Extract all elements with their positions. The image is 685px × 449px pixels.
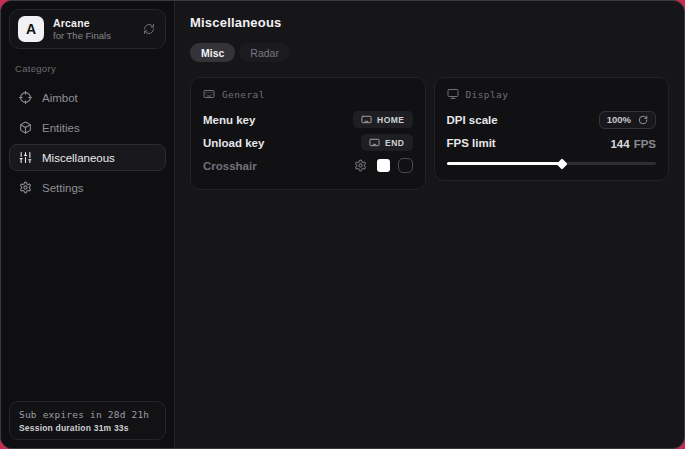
crosshair-row: Crosshair (203, 154, 413, 177)
sub-expiry-text: Sub expires in 28d 21h (19, 409, 156, 420)
cards-row: General Menu key HOME Unload key (190, 77, 669, 190)
crosshair-color-swatch[interactable] (377, 159, 390, 172)
sidebar: A Arcane for The Finals Category (1, 1, 175, 448)
tab-misc[interactable]: Misc (190, 43, 235, 62)
keyboard-icon (369, 137, 380, 148)
session-duration-text: Session duration 31m 33s (19, 423, 156, 433)
fps-limit-value: 144 (610, 138, 629, 150)
menu-key-row: Menu key HOME (203, 108, 413, 131)
app-name: Arcane (53, 17, 132, 29)
display-card: Display DPI scale 100% FPS limit (434, 77, 670, 181)
subscription-card: Sub expires in 28d 21h Session duration … (9, 401, 166, 440)
app-logo: A (18, 16, 44, 42)
unload-key-value: END (385, 138, 404, 148)
page-title: Miscellaneous (190, 15, 669, 30)
dpi-scale-row: DPI scale 100% (447, 108, 657, 131)
app-subtitle: for The Finals (53, 30, 132, 41)
sidebar-item-settings[interactable]: Settings (9, 174, 166, 201)
fps-limit-unit: FPS (634, 138, 656, 150)
gear-icon (19, 181, 32, 194)
profile-card: A Arcane for The Finals (9, 9, 166, 49)
profile-text: Arcane for The Finals (53, 17, 132, 41)
arcane-window: A Arcane for The Finals Category (0, 0, 685, 449)
crosshair-checkbox[interactable] (398, 158, 413, 173)
monitor-icon (447, 88, 459, 100)
sidebar-nav: Aimbot Entities Miscellaneous (9, 84, 166, 201)
gear-icon (354, 159, 367, 172)
sidebar-item-miscellaneous[interactable]: Miscellaneous (9, 144, 166, 171)
general-card-header: General (203, 88, 413, 100)
sidebar-item-entities[interactable]: Entities (9, 114, 166, 141)
display-card-header: Display (447, 88, 657, 100)
crosshair-icon (19, 91, 32, 104)
sidebar-item-aimbot[interactable]: Aimbot (9, 84, 166, 111)
menu-key-bind-button[interactable]: HOME (353, 111, 413, 128)
tab-bar: Misc Radar (190, 43, 669, 62)
menu-key-value: HOME (377, 115, 405, 125)
dpi-scale-control[interactable]: 100% (599, 111, 656, 129)
viewport: A Arcane for The Finals Category (0, 0, 685, 449)
sliders-icon (19, 151, 32, 164)
sync-icon (143, 23, 155, 35)
fps-limit-value-group: 144FPS (610, 134, 656, 152)
sidebar-item-label: Miscellaneous (42, 152, 115, 164)
crosshair-settings-button[interactable] (352, 157, 369, 174)
dpi-scale-label: DPI scale (447, 114, 498, 126)
fps-limit-row: FPS limit 144FPS (447, 131, 657, 154)
display-card-title: Display (466, 89, 509, 100)
sync-button[interactable] (141, 21, 157, 37)
unload-key-bind-button[interactable]: END (361, 134, 412, 151)
dpi-scale-value: 100% (607, 114, 631, 125)
crosshair-controls (352, 157, 413, 174)
keyboard-icon (203, 88, 215, 100)
fps-slider-fill (447, 162, 562, 165)
sidebar-item-label: Settings (42, 182, 84, 194)
general-card-title: General (222, 89, 265, 100)
category-label: Category (15, 63, 166, 74)
tab-radar[interactable]: Radar (239, 43, 290, 62)
unload-key-label: Unload key (203, 137, 264, 149)
main-content: Miscellaneous Misc Radar General Menu ke… (175, 1, 684, 448)
sidebar-item-label: Entities (42, 122, 80, 134)
unload-key-row: Unload key END (203, 131, 413, 154)
box-icon (19, 121, 32, 134)
sidebar-item-label: Aimbot (42, 92, 78, 104)
keyboard-icon (361, 114, 372, 125)
fps-limit-label: FPS limit (447, 137, 496, 149)
refresh-icon (638, 115, 648, 125)
crosshair-label: Crosshair (203, 160, 257, 172)
general-card: General Menu key HOME Unload key (190, 77, 426, 190)
menu-key-label: Menu key (203, 114, 255, 126)
fps-slider-thumb[interactable] (556, 158, 567, 169)
fps-limit-slider[interactable] (447, 158, 657, 168)
